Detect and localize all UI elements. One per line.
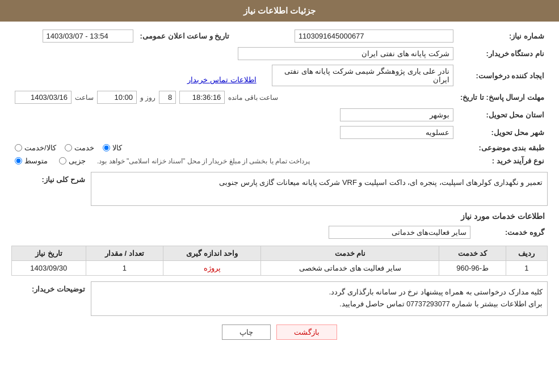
col-service-code: کد خدمت <box>439 246 506 261</box>
service-group-label: گروه خدمت: <box>474 224 548 241</box>
page-header: جزئیات اطلاعات نیاز <box>0 0 559 22</box>
col-unit: واحد اندازه گیری <box>163 246 261 261</box>
cell-service-code: ط-96-960 <box>439 261 506 276</box>
city-label: شهر محل تحویل: <box>457 124 548 141</box>
process-note: پرداخت تمام یا بخشی از مبلغ خریدار از مح… <box>97 157 310 165</box>
creator-contact-link[interactable]: اطلاعات تماس خریدار <box>187 75 256 84</box>
buyer-notes-value: کلیه مدارک درخواستی به همراه پیشنهاد نرخ… <box>91 281 548 316</box>
print-button[interactable]: چاپ <box>222 324 271 340</box>
buyer-station-value: شرکت پایانه های نفتی ایران <box>238 47 453 60</box>
col-quantity: تعداد / مقدار <box>86 246 163 261</box>
back-button[interactable]: بازگشت <box>276 324 337 340</box>
need-number-label: شماره نیاز: <box>457 27 548 45</box>
response-deadline-label: مهلت ارسال پاسخ: تا تاریخ: <box>457 88 548 106</box>
table-row: 1 ط-96-960 سایر فعالیت های خدماتی شخصی پ… <box>12 261 548 276</box>
cell-row-num: 1 <box>506 261 547 276</box>
col-row-num: ردیف <box>506 246 547 261</box>
general-desc-value: تعمیر و نگهداری کولرهای اسپلیت، پنجره ای… <box>91 172 548 206</box>
category-option-kala[interactable]: کالا <box>103 144 122 152</box>
province-value: بوشهر <box>340 108 453 121</box>
creator-label: ایجاد کننده درخواست: <box>457 62 548 88</box>
services-table: ردیف کد خدمت نام خدمت واحد اندازه گیری ت… <box>11 246 548 276</box>
category-option-khadamat[interactable]: خدمت <box>65 144 94 152</box>
announce-datetime-label: تاریخ و ساعت اعلان عمومی: <box>137 27 233 45</box>
response-time-label: ساعت <box>75 94 94 102</box>
page-title: جزئیات اطلاعات نیاز <box>243 6 316 15</box>
services-info-title: اطلاعات خدمات مورد نیاز <box>11 212 548 221</box>
city-value: عسلویه <box>340 126 453 139</box>
need-number-value: 1103091645000677 <box>295 29 453 43</box>
col-date: تاریخ نیاز <box>12 246 86 261</box>
process-option-jozii[interactable]: جزیی <box>59 157 86 165</box>
response-remaining-value: 18:36:16 <box>179 91 225 104</box>
service-group-value: سایر فعالیت‌های خدماتی <box>329 226 470 239</box>
cell-unit: پروژه <box>163 261 261 276</box>
category-option-kala-khadamat[interactable]: کالا/خدمت <box>15 144 56 152</box>
buyer-station-label: نام دستگاه خریدار: <box>457 45 548 62</box>
response-day-label: روز و <box>140 94 155 102</box>
announce-date-value: 1403/03/07 - 13:54 <box>43 29 133 43</box>
cell-date: 1403/09/30 <box>12 261 86 276</box>
response-remaining-label: ساعت باقی مانده <box>228 94 278 102</box>
response-days-value: 8 <box>159 91 176 104</box>
col-service-name: نام خدمت <box>261 246 439 261</box>
province-label: استان محل تحویل: <box>457 106 548 124</box>
cell-quantity: 1 <box>86 261 163 276</box>
creator-name: نادر علی یاری پژوهشگر شیمی شرکت پایانه ه… <box>272 65 453 86</box>
buyer-notes-label: توضیحات خریدار: <box>11 281 85 293</box>
category-label: طبقه بندی موضوعی: <box>457 141 548 154</box>
response-date-value: 1403/03/16 <box>15 91 72 104</box>
response-time-value: 10:00 <box>97 91 137 104</box>
buttons-row: بازگشت چاپ <box>11 324 548 340</box>
cell-service-name: سایر فعالیت های خدماتی شخصی <box>261 261 439 276</box>
process-label: نوع فرآیند خرید : <box>457 154 548 167</box>
process-option-motavasset[interactable]: متوسط <box>15 157 48 165</box>
general-desc-label: شرح کلی نیاز: <box>11 172 85 184</box>
